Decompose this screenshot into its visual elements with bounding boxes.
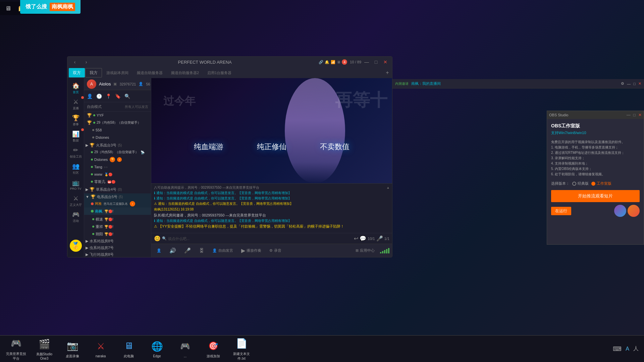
user-name: Tang: [94, 165, 102, 169]
workstation-radio-btn[interactable]: [591, 182, 595, 186]
text-file-label: 新建文本文件.txt: [233, 352, 250, 361]
nav-community[interactable]: 👥 社区: [68, 161, 83, 176]
search-icon[interactable]: 🔍: [123, 92, 131, 100]
taskbar-item-my-computer[interactable]: 🖥 此电脑: [115, 337, 142, 361]
bookmark-icon[interactable]: 🔖: [114, 92, 122, 100]
chevron-right-icon: ▶: [86, 143, 88, 147]
group-header[interactable]: ▶ 🏆 草系战台4号 (0): [84, 186, 151, 193]
close-btn[interactable]: ✕: [381, 58, 389, 66]
stream-close-btn[interactable]: ✕: [638, 81, 641, 86]
scroll-up-btn[interactable]: ▲: [385, 185, 391, 190]
taskbar-item-edge[interactable]: 🌐 Edge: [144, 337, 170, 361]
tab-self-service2[interactable]: 频道自助服务器2: [167, 68, 203, 77]
keyboard-indicator[interactable]: ⌨: [613, 345, 622, 353]
maximize-btn[interactable]: □: [372, 58, 380, 66]
minimize-btn[interactable]: —: [363, 58, 371, 66]
language-indicator[interactable]: A: [626, 346, 629, 352]
list-item[interactable]: 29（均伤58）（自信突破手） 📡: [84, 148, 151, 156]
obs-maximize-btn[interactable]: □: [633, 113, 636, 117]
chat-area: 八可自助改房间提示，房间号：00295937550 ---来自完美世界竞技平台 …: [151, 183, 392, 244]
ad-banner[interactable]: 饿了么搜 南枫南枫: [20, 0, 80, 14]
nav-live-label: 直播: [73, 106, 79, 111]
online-indicator: [91, 151, 93, 153]
tab-game-room[interactable]: 游戏副本房间: [102, 68, 132, 77]
taskbar-item-unknown[interactable]: 🎮 ...: [172, 337, 199, 361]
obs-close-btn[interactable]: ✕: [638, 113, 642, 117]
list-item[interactable]: www 🏅🔴: [84, 171, 151, 178]
group-header[interactable]: ▼ 🏆 电系战台5号 (5): [84, 193, 151, 200]
list-item[interactable]: 558: [84, 126, 151, 134]
play-btn[interactable]: ▶ 播放作奏: [238, 245, 264, 256]
taskbar-item-obs[interactable]: 🎬 美颜StudioOne3: [31, 337, 58, 361]
tab-self-service[interactable]: 频道自助服务器: [133, 68, 167, 77]
nav-pro-tv[interactable]: 📺 PRO TV: [68, 177, 83, 192]
record-btn[interactable]: ⚙ 录音: [267, 245, 284, 256]
taskbar-item-perfect-world[interactable]: 🎮 完美世界竞技平台: [3, 337, 30, 361]
list-item[interactable]: Dstones 🏆 !: [84, 156, 151, 163]
person-icon[interactable]: 👤: [86, 92, 94, 100]
classic-radio-btn[interactable]: [572, 182, 576, 186]
volume-btn[interactable]: 🔊: [167, 245, 179, 256]
comment-icon[interactable]: 💬: [360, 235, 366, 242]
user-extra: ○○: [104, 165, 108, 169]
group-header-bug7[interactable]: ▶ 虫系对战房7号: [84, 244, 151, 251]
tab-my-side[interactable]: 我方: [85, 68, 102, 77]
control-panel-icon[interactable]: 🖥: [3, 3, 13, 14]
nav-live[interactable]: ⚔ 直播: [68, 97, 83, 112]
nav-forward-btn[interactable]: ›: [82, 57, 91, 67]
mode-btn[interactable]: 👤 自由发言: [210, 245, 236, 256]
nav-data[interactable]: 📊 数据: [68, 129, 83, 144]
list-item[interactable]: 🏆 YYF: [84, 112, 151, 119]
list-item[interactable]: 朔阳 🏆🔴!: [84, 230, 151, 238]
taskbar-item-text-file[interactable]: 📄 新建文本文件.txt: [228, 337, 255, 361]
group-header-water8[interactable]: ▶ 水系对战房8号: [84, 238, 151, 244]
taskbar-item-recorder[interactable]: 📷 桌面录像: [59, 337, 86, 361]
mixer-btn[interactable]: 🎛: [196, 245, 207, 256]
list-item[interactable]: 棋迷 🏆🔴!: [84, 216, 151, 223]
location-icon[interactable]: 📍: [104, 92, 112, 100]
obs-running-btn[interactable]: 在运行: [551, 207, 571, 215]
chat-input-field[interactable]: [168, 237, 353, 241]
stream-minimize-btn[interactable]: —: [627, 82, 631, 86]
workstation-radio[interactable]: 工作室版: [591, 181, 611, 186]
list-item[interactable]: Tang ○○: [84, 163, 151, 171]
list-item[interactable]: 零斯几 📛🔴: [84, 178, 151, 185]
list-item[interactable]: Dstones: [84, 134, 151, 141]
accessibility-indicator[interactable]: 人: [633, 345, 639, 352]
tab-both-sides[interactable]: 双方: [69, 68, 85, 77]
list-item-nanfeng[interactable]: 南枫 🏆🔴!: [84, 207, 151, 215]
emoji-search-btn[interactable]: 🔍: [162, 236, 167, 241]
emoji-btn[interactable]: 😊: [154, 235, 161, 242]
obs-minimize-btn[interactable]: —: [627, 113, 631, 117]
clock-icon[interactable]: 🕐: [95, 92, 103, 100]
list-item[interactable]: 重祥 🏆🔴!: [84, 223, 151, 230]
avatar-btn[interactable]: 👤: [154, 245, 164, 256]
user-stream-link[interactable]: 南枫：我的直播间: [411, 81, 441, 86]
nav-workshop[interactable]: ✏ 创业工坊: [68, 145, 83, 160]
microphone-icon[interactable]: 🎤: [376, 235, 383, 242]
reply-icon[interactable]: ↩: [354, 235, 358, 242]
stream-maximize-btn[interactable]: □: [633, 82, 636, 86]
nav-justice[interactable]: ⚔ 正义大厅: [68, 193, 83, 208]
nav-bottom-icon[interactable]: 🥇: [70, 240, 82, 254]
chat-counter: 10/1: [368, 237, 375, 241]
group-header[interactable]: ▶ 🏆 火系战台3号 (5): [84, 142, 151, 148]
list-item[interactable]: 网雅 悠马在工提服队名 !: [84, 200, 151, 207]
taskbar-item-game-plus[interactable]: 🎯 游戏加加: [200, 337, 227, 361]
classic-radio[interactable]: 经典版: [572, 181, 589, 186]
list-item[interactable]: 🏆 29（均伤58）（自信突破手）: [84, 119, 151, 126]
obs-desc-item: 5. 内置OBS经典版本支持；: [551, 166, 640, 172]
add-tab-btn[interactable]: +: [384, 69, 391, 76]
tab-one-server[interactable]: 启用1台服务器: [203, 68, 235, 77]
mic-btn[interactable]: 🎤: [181, 245, 194, 256]
nav-esports[interactable]: 🏆 赛事: [68, 113, 83, 128]
obs-start-button[interactable]: 开始推流观看短片: [551, 190, 640, 202]
settings-btn[interactable]: ⚙: [621, 81, 624, 86]
nav-back-btn[interactable]: ‹: [70, 57, 79, 67]
taskbar-item-naraka[interactable]: ⚔ naraka: [87, 337, 114, 361]
app-center-btn[interactable]: ⊞ 应用中心: [353, 245, 377, 256]
group-header-flying8[interactable]: ▶ 飞行对战房8号: [84, 251, 151, 257]
nav-activity-label: 活动: [73, 219, 79, 223]
nav-home[interactable]: 🏠 首页: [68, 81, 83, 96]
nav-activity[interactable]: 🎮 活动: [68, 209, 83, 224]
